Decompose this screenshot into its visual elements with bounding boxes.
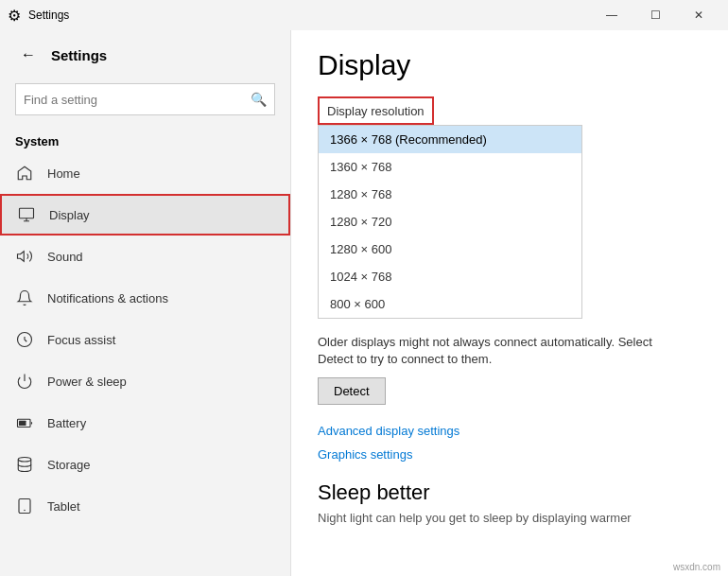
sidebar-item-storage-label: Storage bbox=[47, 458, 91, 472]
title-bar-left: ⚙ Settings bbox=[8, 7, 69, 25]
sidebar-item-battery[interactable]: Battery bbox=[0, 402, 290, 444]
back-icon: ← bbox=[21, 46, 36, 63]
watermark: wsxdn.com bbox=[673, 562, 720, 572]
sidebar-item-notifications-label: Notifications & actions bbox=[47, 291, 168, 305]
page-title: Display bbox=[318, 49, 702, 81]
maximize-button[interactable]: ☐ bbox=[633, 0, 677, 30]
resolution-option-4[interactable]: 1280 × 600 bbox=[319, 236, 581, 263]
tablet-icon bbox=[15, 497, 34, 515]
resolution-option-5[interactable]: 1024 × 768 bbox=[319, 263, 581, 290]
display-icon bbox=[17, 205, 36, 224]
battery-icon bbox=[15, 413, 34, 432]
minimize-button[interactable]: — bbox=[590, 0, 633, 30]
sidebar-item-battery-label: Battery bbox=[47, 416, 86, 430]
svg-point-7 bbox=[24, 510, 26, 512]
sidebar-nav-header: ← Settings bbox=[0, 30, 290, 79]
settings-icon: ⚙ bbox=[8, 7, 21, 25]
sidebar-item-focus[interactable]: Focus assist bbox=[0, 319, 290, 360]
resolution-label: Display resolution bbox=[327, 104, 425, 118]
graphics-settings-link[interactable]: Graphics settings bbox=[318, 447, 702, 462]
resolution-label-box: Display resolution bbox=[318, 96, 434, 125]
focus-icon bbox=[15, 330, 34, 349]
sleep-description: Night light can help you get to sleep by… bbox=[318, 511, 702, 525]
sidebar-item-display-label: Display bbox=[49, 208, 90, 222]
content-area: Display Display resolution 1366 × 768 (R… bbox=[291, 30, 728, 576]
sidebar-item-storage[interactable]: Storage bbox=[0, 444, 290, 485]
sidebar-item-notifications[interactable]: Notifications & actions bbox=[0, 277, 290, 319]
detect-description: Older displays might not always connect … bbox=[318, 334, 677, 368]
sidebar-item-display[interactable]: Display bbox=[0, 194, 290, 236]
home-icon bbox=[15, 164, 34, 183]
title-bar-title: Settings bbox=[28, 9, 69, 22]
storage-icon bbox=[15, 455, 34, 474]
detect-section: Older displays might not always connect … bbox=[318, 334, 702, 405]
title-bar-controls: — ☐ ✕ bbox=[590, 0, 720, 30]
notifications-icon bbox=[15, 288, 34, 307]
power-icon bbox=[15, 372, 34, 391]
sidebar-item-sound[interactable]: Sound bbox=[0, 236, 290, 277]
resolution-option-0[interactable]: 1366 × 768 (Recommended) bbox=[319, 126, 581, 153]
resolution-section: Display resolution 1366 × 768 (Recommend… bbox=[318, 96, 702, 319]
svg-point-5 bbox=[18, 458, 31, 463]
resolution-option-6[interactable]: 800 × 600 bbox=[319, 290, 581, 318]
sound-icon bbox=[15, 247, 34, 266]
search-icon: 🔍 bbox=[251, 92, 267, 107]
close-button[interactable]: ✕ bbox=[677, 0, 720, 30]
resolution-option-2[interactable]: 1280 × 768 bbox=[319, 181, 581, 208]
sidebar-section-label: System bbox=[0, 127, 290, 152]
sidebar-item-tablet-label: Tablet bbox=[47, 499, 80, 514]
sidebar-title: Settings bbox=[51, 47, 107, 63]
sleep-section: Sleep better Night light can help you ge… bbox=[318, 480, 702, 525]
sidebar-item-power[interactable]: Power & sleep bbox=[0, 360, 290, 402]
search-box[interactable]: 🔍 bbox=[15, 83, 275, 115]
sidebar-item-home[interactable]: Home bbox=[0, 152, 290, 194]
sidebar-item-sound-label: Sound bbox=[47, 250, 83, 264]
resolution-option-3[interactable]: 1280 × 720 bbox=[319, 208, 581, 236]
sidebar-item-power-label: Power & sleep bbox=[47, 375, 127, 389]
resolution-option-1[interactable]: 1360 × 768 bbox=[319, 153, 581, 181]
link-section: Advanced display settings Graphics setti… bbox=[318, 424, 702, 462]
detect-button[interactable]: Detect bbox=[318, 377, 386, 405]
sidebar: ← Settings 🔍 System Home bbox=[0, 30, 291, 576]
svg-rect-0 bbox=[20, 208, 34, 218]
back-button[interactable]: ← bbox=[15, 42, 42, 68]
advanced-display-link[interactable]: Advanced display settings bbox=[318, 424, 702, 438]
app-container: ← Settings 🔍 System Home bbox=[0, 30, 728, 576]
sidebar-item-tablet[interactable]: Tablet bbox=[0, 485, 290, 527]
title-bar: ⚙ Settings — ☐ ✕ bbox=[0, 0, 728, 30]
svg-rect-4 bbox=[19, 421, 26, 426]
resolution-dropdown[interactable]: 1366 × 768 (Recommended) 1360 × 768 1280… bbox=[318, 125, 582, 319]
sidebar-item-home-label: Home bbox=[47, 166, 80, 181]
sidebar-item-focus-label: Focus assist bbox=[47, 333, 115, 347]
search-input[interactable] bbox=[24, 93, 251, 107]
sleep-title: Sleep better bbox=[318, 480, 702, 505]
